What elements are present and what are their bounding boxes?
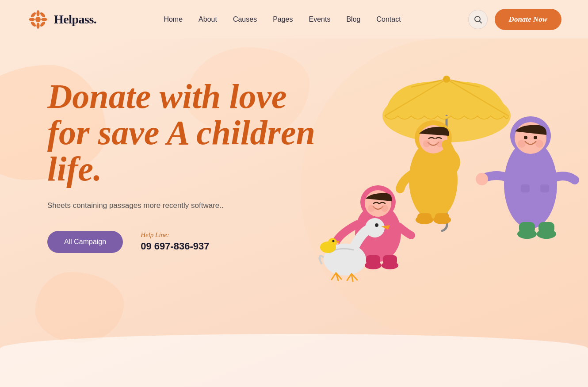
nav-about[interactable]: About xyxy=(199,15,217,23)
hero-title: Donate with love for save A children lif… xyxy=(47,78,321,187)
header: Helpass. Home About Causes Pages Events … xyxy=(0,0,588,38)
nav-home[interactable]: Home xyxy=(164,15,183,23)
search-button[interactable] xyxy=(468,10,488,29)
logo-text: Helpass. xyxy=(54,12,96,27)
svg-point-24 xyxy=(423,140,430,147)
svg-rect-29 xyxy=(435,213,449,223)
svg-point-51 xyxy=(365,261,382,269)
children-svg xyxy=(296,43,588,326)
svg-point-53 xyxy=(382,261,398,269)
svg-point-35 xyxy=(518,140,526,148)
all-campaign-button[interactable]: All Campaign xyxy=(47,231,123,253)
logo-icon xyxy=(27,8,50,31)
nav-causes[interactable]: Causes xyxy=(233,15,257,23)
svg-line-11 xyxy=(479,21,481,23)
svg-point-4 xyxy=(29,18,35,21)
svg-point-41 xyxy=(537,229,556,239)
svg-point-3 xyxy=(37,23,40,29)
svg-point-56 xyxy=(375,223,378,227)
nav-events[interactable]: Events xyxy=(309,15,331,23)
search-icon xyxy=(473,15,482,24)
svg-point-58 xyxy=(328,238,337,247)
svg-point-1 xyxy=(35,17,41,22)
svg-rect-27 xyxy=(417,213,431,223)
svg-point-2 xyxy=(37,10,40,16)
svg-point-48 xyxy=(381,205,388,212)
hero-section: Donate with love for save A children lif… xyxy=(0,38,588,387)
svg-point-37 xyxy=(476,173,488,185)
svg-point-34 xyxy=(534,136,537,139)
helpline: Help Line: 09 697-836-937 xyxy=(141,231,209,252)
main-nav: Home About Causes Pages Events Blog Cont… xyxy=(164,15,401,23)
header-actions: Donate Now xyxy=(468,9,561,30)
svg-point-33 xyxy=(524,136,527,139)
nav-contact[interactable]: Contact xyxy=(376,15,401,23)
hero-content: Donate with love for save A children lif… xyxy=(47,78,321,253)
svg-point-55 xyxy=(365,218,385,238)
hero-illustration xyxy=(287,38,588,387)
hero-subtitle: Sheets containing passages more recently… xyxy=(47,199,321,211)
svg-point-39 xyxy=(517,229,537,239)
donate-now-button[interactable]: Donate Now xyxy=(495,9,561,30)
nav-pages[interactable]: Pages xyxy=(273,15,293,23)
svg-point-5 xyxy=(41,18,47,21)
svg-point-47 xyxy=(368,205,375,212)
hero-actions: All Campaign Help Line: 09 697-836-937 xyxy=(47,231,321,253)
svg-point-36 xyxy=(535,140,543,148)
blob-3 xyxy=(35,272,124,343)
svg-rect-43 xyxy=(540,184,549,192)
logo: Helpass. xyxy=(27,8,96,31)
svg-rect-42 xyxy=(521,184,530,192)
helpline-label: Help Line: xyxy=(141,231,209,239)
helpline-number: 09 697-836-937 xyxy=(141,241,209,252)
svg-point-59 xyxy=(332,240,335,242)
nav-blog[interactable]: Blog xyxy=(346,15,360,23)
